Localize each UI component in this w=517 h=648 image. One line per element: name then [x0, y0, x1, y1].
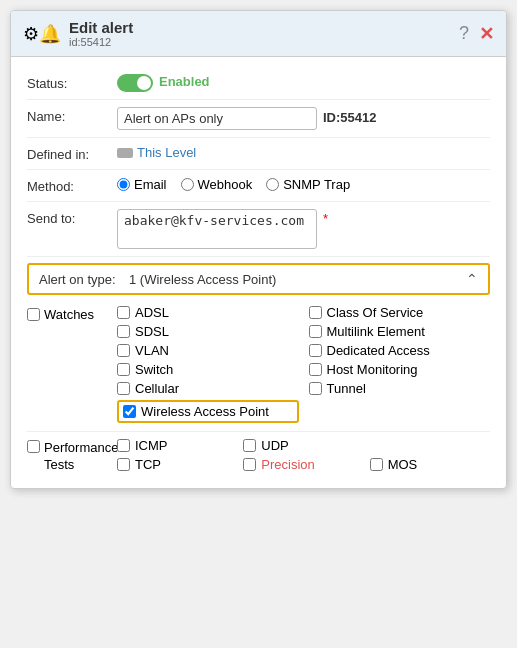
watch-vlan-checkbox[interactable] [117, 344, 130, 357]
watch-multilink[interactable]: Multilink Element [309, 324, 491, 339]
perf-udp[interactable]: UDP [243, 438, 363, 453]
watch-dedicated[interactable]: Dedicated Access [309, 343, 491, 358]
watch-wap-label: Wireless Access Point [141, 404, 269, 419]
watch-dedicated-label: Dedicated Access [327, 343, 430, 358]
name-input[interactable] [117, 107, 317, 130]
status-value: Enabled [159, 74, 210, 89]
watch-adsl-checkbox[interactable] [117, 306, 130, 319]
watches-checkbox[interactable] [27, 308, 40, 321]
dialog-body: Status: Enabled Name: ID:55412 Defined i… [11, 57, 506, 488]
watch-adsl[interactable]: ADSL [117, 305, 299, 320]
header-actions: ? ✕ [459, 23, 494, 45]
watch-dedicated-checkbox[interactable] [309, 344, 322, 357]
status-content: Enabled [117, 74, 490, 92]
watches-label-container: Watches [27, 305, 117, 322]
watch-tunnel-checkbox[interactable] [309, 382, 322, 395]
watch-cos-checkbox[interactable] [309, 306, 322, 319]
watch-hostmonitoring-label: Host Monitoring [327, 362, 418, 377]
perf-udp-label: UDP [261, 438, 288, 453]
perf-grid: ICMP UDP TCP Precision [117, 438, 490, 472]
perf-row: PerformanceTests ICMP UDP TCP [27, 438, 490, 474]
performance-tests-section: PerformanceTests ICMP UDP TCP [27, 431, 490, 474]
watch-cellular-checkbox[interactable] [117, 382, 130, 395]
toggle-track[interactable] [117, 74, 153, 92]
alert-type-row: Alert on type: 1 (Wireless Access Point)… [27, 263, 490, 295]
perf-udp-checkbox[interactable] [243, 439, 256, 452]
defined-in-label: Defined in: [27, 145, 117, 162]
watch-vlan-label: VLAN [135, 343, 169, 358]
help-button[interactable]: ? [459, 23, 469, 44]
sendto-input[interactable]: abaker@kfv-services.com [117, 209, 317, 249]
watch-cos-label: Class Of Service [327, 305, 424, 320]
method-webhook-radio[interactable] [181, 178, 194, 191]
watch-wap[interactable]: Wireless Access Point [117, 400, 299, 423]
perf-tcp-checkbox[interactable] [117, 458, 130, 471]
watch-cos[interactable]: Class Of Service [309, 305, 491, 320]
watch-tunnel[interactable]: Tunnel [309, 381, 491, 396]
watch-switch[interactable]: Switch [117, 362, 299, 377]
perf-label-text: PerformanceTests [44, 440, 118, 474]
method-radio-group: Email Webhook SNMP Trap [117, 177, 350, 192]
toggle-switch[interactable] [117, 74, 153, 92]
sendto-required: * [323, 211, 328, 226]
sendto-row: Send to: abaker@kfv-services.com * [27, 202, 490, 257]
perf-icmp-checkbox[interactable] [117, 439, 130, 452]
watch-sdsl-label: SDSL [135, 324, 169, 339]
alert-type-label: Alert on type: [39, 272, 129, 287]
watch-switch-checkbox[interactable] [117, 363, 130, 376]
gear-alert-icon: ⚙🔔 [23, 23, 61, 45]
defined-in-link[interactable]: This Level [117, 145, 196, 160]
watches-section: Watches ADSL Class Of Service SDSL [27, 301, 490, 427]
dialog-id: id:55412 [69, 36, 133, 48]
dialog-title: Edit alert [69, 19, 133, 36]
watch-wap-checkbox[interactable] [123, 405, 136, 418]
watch-sdsl-checkbox[interactable] [117, 325, 130, 338]
method-webhook[interactable]: Webhook [181, 177, 253, 192]
perf-checkbox[interactable] [27, 440, 40, 453]
watch-hostmonitoring[interactable]: Host Monitoring [309, 362, 491, 377]
name-content: ID:55412 [117, 107, 490, 130]
alert-type-value: 1 (Wireless Access Point) [129, 272, 466, 287]
method-row: Method: Email Webhook SNMP Trap [27, 170, 490, 202]
status-row: Status: Enabled [27, 67, 490, 100]
method-email-radio[interactable] [117, 178, 130, 191]
sendto-content: abaker@kfv-services.com * [117, 209, 490, 249]
watch-cellular-label: Cellular [135, 381, 179, 396]
defined-in-content: This Level [117, 145, 490, 160]
header-left: ⚙🔔 Edit alert id:55412 [23, 19, 133, 48]
perf-icmp[interactable]: ICMP [117, 438, 237, 453]
watch-sdsl[interactable]: SDSL [117, 324, 299, 339]
method-snmp-label: SNMP Trap [283, 177, 350, 192]
level-icon [117, 148, 133, 158]
defined-in-value: This Level [137, 145, 196, 160]
method-email[interactable]: Email [117, 177, 167, 192]
perf-precision-label: Precision [261, 457, 314, 472]
alert-type-chevron[interactable]: ⌃ [466, 271, 478, 287]
watch-adsl-label: ADSL [135, 305, 169, 320]
defined-in-row: Defined in: This Level [27, 138, 490, 170]
watch-tunnel-label: Tunnel [327, 381, 366, 396]
perf-tcp-label: TCP [135, 457, 161, 472]
watch-hostmonitoring-checkbox[interactable] [309, 363, 322, 376]
watches-label-text: Watches [44, 307, 94, 322]
perf-mos-label: MOS [388, 457, 418, 472]
perf-mos[interactable]: MOS [370, 457, 490, 472]
watch-vlan[interactable]: VLAN [117, 343, 299, 358]
method-content: Email Webhook SNMP Trap [117, 177, 490, 192]
perf-mos-checkbox[interactable] [370, 458, 383, 471]
toggle-thumb [137, 76, 151, 90]
method-snmp-radio[interactable] [266, 178, 279, 191]
watch-cellular[interactable]: Cellular [117, 381, 299, 396]
perf-precision[interactable]: Precision [243, 457, 363, 472]
perf-precision-checkbox[interactable] [243, 458, 256, 471]
method-snmp[interactable]: SNMP Trap [266, 177, 350, 192]
close-button[interactable]: ✕ [479, 23, 494, 45]
name-row: Name: ID:55412 [27, 100, 490, 138]
edit-alert-dialog: ⚙🔔 Edit alert id:55412 ? ✕ Status: Enabl… [10, 10, 507, 489]
watch-multilink-checkbox[interactable] [309, 325, 322, 338]
watch-switch-label: Switch [135, 362, 173, 377]
perf-tcp[interactable]: TCP [117, 457, 237, 472]
watches-row: Watches ADSL Class Of Service SDSL [27, 301, 490, 427]
perf-icmp-label: ICMP [135, 438, 168, 453]
method-email-label: Email [134, 177, 167, 192]
